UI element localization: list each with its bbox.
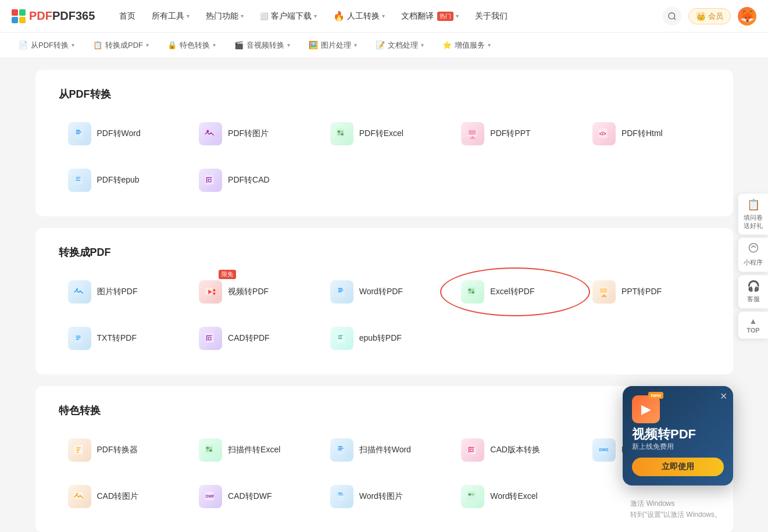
tool-pdf-to-epub[interactable]: PDF转epub (59, 162, 185, 199)
svg-rect-11 (337, 133, 340, 135)
user-avatar[interactable]: 🦊 (738, 7, 756, 26)
chevron-down-icon: ▾ (287, 42, 290, 48)
tool-cad-to-img[interactable]: CAD转图片 (59, 478, 185, 515)
svg-rect-16 (470, 138, 476, 138)
tool-pdf-to-word[interactable]: PDF转Word (59, 115, 185, 152)
tool-cad-to-pdf[interactable]: CAD转PDF (190, 320, 316, 357)
chevron-down-icon: ▾ (187, 13, 190, 19)
crown-icon: 👑 (696, 12, 706, 21)
headset-icon: 🎧 (747, 280, 760, 292)
svg-rect-34 (338, 291, 341, 292)
svg-rect-33 (338, 290, 343, 290)
svg-rect-3 (76, 130, 80, 131)
customer-service-button[interactable]: 🎧 客服 (738, 274, 768, 309)
customer-service-label: 客服 (747, 295, 760, 304)
chevron-down-icon: ▾ (72, 42, 74, 48)
tool-excel-to-pdf-label: Excel转PDF (490, 287, 534, 297)
subnav-to-pdf[interactable]: 📋 转换成PDF ▾ (86, 38, 156, 53)
nav-client[interactable]: ⬜ 客户端下载 ▾ (253, 8, 324, 25)
tool-cad-to-dwf[interactable]: DWF CAD转DWF (190, 478, 316, 515)
svg-rect-4 (76, 131, 81, 132)
svg-rect-54 (74, 445, 83, 455)
miniprogram-button[interactable]: 小程序 (738, 237, 768, 272)
svg-text:DWG: DWG (599, 448, 609, 452)
svg-rect-61 (338, 447, 342, 447)
svg-rect-5 (76, 133, 79, 134)
survey-button[interactable]: 📋 填问卷送好礼 (738, 193, 768, 235)
subnav-from-pdf[interactable]: 📄 从PDF转换 ▾ (12, 38, 81, 53)
subnav-special[interactable]: 🔒 特色转换 ▾ (160, 38, 223, 53)
tool-cad-version[interactable]: CAD版本转换 (452, 431, 578, 469)
tool-txt-to-pdf[interactable]: TXT转PDF (59, 320, 185, 357)
svg-rect-77 (471, 494, 474, 496)
tool-pdf-to-cad-icon (199, 169, 222, 192)
subnav-image[interactable]: 🖼️ 图片处理 ▾ (302, 38, 364, 53)
tool-pdf-to-word-label: PDF转Word (97, 128, 141, 139)
nav-translate[interactable]: 文档翻译 热门 ▾ (394, 8, 466, 25)
svg-rect-76 (469, 494, 471, 496)
tool-word-to-pdf[interactable]: Word转PDF (321, 273, 448, 310)
chevron-down-icon: ▾ (146, 42, 149, 48)
watermark-line2: 转到"设置"以激活 Windows。 (630, 509, 721, 520)
tool-pdf-converter[interactable]: PDF转换器 (59, 431, 185, 469)
member-button[interactable]: 👑 会员 (688, 8, 731, 24)
tool-word-to-pdf-icon (330, 280, 353, 304)
tool-cad-to-dwf-icon: DWF (199, 485, 222, 508)
tool-pdf-to-html-label: PDF转Html (621, 128, 663, 139)
tool-pdf-to-img[interactable]: PDF转图片 (190, 115, 316, 152)
tool-pdf-to-img-icon (199, 122, 222, 145)
subnav-doc[interactable]: 📝 文档处理 ▾ (369, 38, 431, 53)
subnav-vip[interactable]: ⭐ 增值服务 ▾ (435, 38, 498, 53)
svg-rect-32 (338, 288, 342, 289)
svg-rect-60 (337, 445, 344, 455)
fire-icon: 🔥 (333, 10, 345, 22)
svg-rect-9 (337, 131, 340, 133)
logo[interactable]: PDFPDF365 (12, 9, 95, 23)
tool-scan-to-word-icon (330, 438, 353, 462)
tool-word-to-img[interactable]: Word转图片 (321, 478, 448, 515)
svg-rect-63 (338, 449, 341, 450)
nav-all-tools[interactable]: 所有工具▾ (145, 8, 197, 25)
tool-ppt-to-pdf[interactable]: PPT转PDF (583, 273, 710, 310)
section-from-pdf: 从PDF转换 PDF转Word PDF转图片 PDF转Excel (35, 70, 733, 216)
svg-rect-12 (341, 133, 344, 135)
chevron-up-icon: ▲ (749, 316, 758, 326)
search-button[interactable] (663, 7, 681, 26)
tool-video-to-pdf[interactable]: 限免 视频转PDF (190, 273, 316, 310)
svg-rect-39 (471, 291, 474, 294)
nav-hot[interactable]: 热门功能▾ (199, 8, 251, 25)
tool-epub-to-pdf[interactable]: epub转PDF (321, 320, 448, 357)
tool-word-to-excel[interactable]: Word转Excel (452, 478, 578, 515)
svg-rect-52 (338, 337, 341, 337)
tool-img-to-pdf[interactable]: 图片转PDF (59, 273, 185, 310)
tool-pdf-to-html[interactable]: </> PDF转Html (583, 115, 710, 152)
popup-close-button[interactable]: ✕ (720, 391, 727, 402)
svg-rect-59 (209, 449, 212, 452)
nav-links: 首页 所有工具▾ 热门功能▾ ⬜ 客户端下载 ▾ 🔥 人工转换 ▾ 文档翻译 热… (112, 7, 663, 25)
section-special-title: 特色转换 (59, 404, 710, 417)
tool-scan-to-excel[interactable]: 扫描件转Excel (190, 431, 316, 469)
tool-pdf-to-cad-label: PDF转CAD (228, 175, 270, 185)
tool-txt-to-pdf-label: TXT转PDF (97, 333, 137, 344)
svg-rect-42 (603, 295, 605, 297)
tool-excel-to-pdf[interactable]: Excel转PDF (452, 273, 578, 310)
popup-cta-button[interactable]: 立即使用 (632, 458, 724, 476)
scroll-top-button[interactable]: ▲ TOP (738, 311, 768, 339)
tool-pdf-to-ppt[interactable]: PDF转PPT (452, 115, 578, 152)
tool-pdf-to-cad[interactable]: PDF转CAD (190, 162, 316, 199)
nav-home[interactable]: 首页 (112, 8, 142, 25)
svg-rect-37 (471, 289, 474, 291)
svg-rect-47 (76, 339, 79, 340)
nav-about[interactable]: 关于我们 (468, 8, 515, 25)
tool-pdf-to-excel[interactable]: PDF转Excel (321, 115, 448, 152)
tool-pdf-to-html-icon: </> (592, 122, 616, 145)
doc-icon: 📝 (376, 41, 385, 49)
svg-rect-50 (337, 333, 344, 343)
sub-navigation: 📄 从PDF转换 ▾ 📋 转换成PDF ▾ 🔒 特色转换 ▾ 🎬 音视频转换 ▾… (0, 33, 768, 58)
video-icon: 🎬 (234, 41, 244, 49)
tool-scan-to-excel-label: 扫描件转Excel (228, 445, 280, 455)
nav-human[interactable]: 🔥 人工转换 ▾ (326, 7, 392, 25)
logo-text: PDFPDF365 (29, 9, 95, 23)
subnav-video[interactable]: 🎬 音视频转换 ▾ (227, 38, 297, 53)
tool-scan-to-word[interactable]: 扫描件转Word (321, 431, 448, 469)
